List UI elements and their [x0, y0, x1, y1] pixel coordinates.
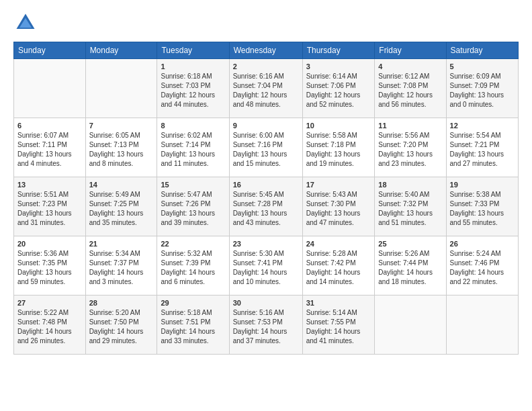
day-info: Sunrise: 5:51 AMSunset: 7:23 PMDaylight:…: [17, 190, 82, 228]
day-info: Sunrise: 5:28 AMSunset: 7:42 PMDaylight:…: [306, 249, 371, 287]
calendar-week-3: 13Sunrise: 5:51 AMSunset: 7:23 PMDayligh…: [14, 177, 519, 236]
day-cell-31: 31Sunrise: 5:14 AMSunset: 7:55 PMDayligh…: [302, 295, 375, 355]
day-cell-6: 6Sunrise: 6:07 AMSunset: 7:11 PMDaylight…: [14, 118, 86, 177]
empty-cell: [446, 295, 518, 355]
day-cell-16: 16Sunrise: 5:45 AMSunset: 7:28 PMDayligh…: [229, 177, 302, 236]
col-header-sunday: Sunday: [14, 42, 86, 59]
calendar-header-row: SundayMondayTuesdayWednesdayThursdayFrid…: [14, 42, 519, 59]
day-number: 11: [378, 121, 442, 131]
day-number: 30: [233, 298, 299, 308]
day-cell-14: 14Sunrise: 5:49 AMSunset: 7:25 PMDayligh…: [85, 177, 157, 236]
day-info: Sunrise: 5:22 AMSunset: 7:48 PMDaylight:…: [17, 308, 82, 346]
col-header-wednesday: Wednesday: [229, 42, 302, 59]
day-cell-10: 10Sunrise: 5:58 AMSunset: 7:18 PMDayligh…: [302, 118, 375, 177]
day-number: 12: [450, 121, 515, 131]
header: [13, 11, 519, 35]
day-cell-15: 15Sunrise: 5:47 AMSunset: 7:26 PMDayligh…: [157, 177, 229, 236]
day-number: 21: [89, 239, 154, 249]
day-cell-11: 11Sunrise: 5:56 AMSunset: 7:20 PMDayligh…: [375, 118, 446, 177]
col-header-thursday: Thursday: [302, 42, 375, 59]
day-cell-23: 23Sunrise: 5:30 AMSunset: 7:41 PMDayligh…: [229, 236, 302, 295]
day-info: Sunrise: 5:49 AMSunset: 7:25 PMDaylight:…: [89, 190, 154, 228]
day-number: 4: [378, 62, 442, 72]
day-number: 22: [161, 239, 225, 249]
day-cell-24: 24Sunrise: 5:28 AMSunset: 7:42 PMDayligh…: [302, 236, 375, 295]
day-cell-7: 7Sunrise: 6:05 AMSunset: 7:13 PMDaylight…: [85, 118, 157, 177]
day-number: 31: [306, 298, 371, 308]
day-cell-12: 12Sunrise: 5:54 AMSunset: 7:21 PMDayligh…: [446, 118, 518, 177]
calendar-week-4: 20Sunrise: 5:36 AMSunset: 7:35 PMDayligh…: [14, 236, 519, 295]
day-info: Sunrise: 5:20 AMSunset: 7:50 PMDaylight:…: [89, 308, 154, 346]
day-cell-22: 22Sunrise: 5:32 AMSunset: 7:39 PMDayligh…: [157, 236, 229, 295]
day-cell-30: 30Sunrise: 5:16 AMSunset: 7:53 PMDayligh…: [229, 295, 302, 355]
day-number: 25: [378, 239, 442, 249]
day-info: Sunrise: 6:18 AMSunset: 7:03 PMDaylight:…: [161, 72, 225, 109]
day-info: Sunrise: 5:56 AMSunset: 7:20 PMDaylight:…: [378, 131, 442, 169]
day-number: 13: [17, 180, 82, 190]
empty-cell: [85, 59, 157, 118]
day-number: 6: [17, 121, 82, 131]
empty-cell: [375, 295, 446, 355]
day-cell-2: 2Sunrise: 6:16 AMSunset: 7:04 PMDaylight…: [229, 59, 302, 118]
day-info: Sunrise: 5:40 AMSunset: 7:32 PMDaylight:…: [378, 190, 442, 228]
calendar-week-5: 27Sunrise: 5:22 AMSunset: 7:48 PMDayligh…: [14, 295, 519, 355]
calendar-week-2: 6Sunrise: 6:07 AMSunset: 7:11 PMDaylight…: [14, 118, 519, 177]
col-header-tuesday: Tuesday: [157, 42, 229, 59]
day-cell-20: 20Sunrise: 5:36 AMSunset: 7:35 PMDayligh…: [14, 236, 86, 295]
day-number: 2: [233, 62, 299, 72]
day-cell-28: 28Sunrise: 5:20 AMSunset: 7:50 PMDayligh…: [85, 295, 157, 355]
day-number: 19: [450, 180, 515, 190]
day-info: Sunrise: 5:36 AMSunset: 7:35 PMDaylight:…: [17, 249, 82, 287]
day-cell-21: 21Sunrise: 5:34 AMSunset: 7:37 PMDayligh…: [85, 236, 157, 295]
day-info: Sunrise: 5:58 AMSunset: 7:18 PMDaylight:…: [306, 131, 371, 169]
day-info: Sunrise: 5:24 AMSunset: 7:46 PMDaylight:…: [450, 249, 515, 287]
day-info: Sunrise: 6:12 AMSunset: 7:08 PMDaylight:…: [378, 72, 442, 109]
day-cell-29: 29Sunrise: 5:18 AMSunset: 7:51 PMDayligh…: [157, 295, 229, 355]
day-number: 14: [89, 180, 154, 190]
day-number: 9: [233, 121, 299, 131]
day-info: Sunrise: 5:43 AMSunset: 7:30 PMDaylight:…: [306, 190, 371, 228]
day-info: Sunrise: 5:26 AMSunset: 7:44 PMDaylight:…: [378, 249, 442, 287]
day-number: 10: [306, 121, 371, 131]
day-number: 3: [306, 62, 371, 72]
day-info: Sunrise: 5:32 AMSunset: 7:39 PMDaylight:…: [161, 249, 225, 287]
day-cell-5: 5Sunrise: 6:09 AMSunset: 7:09 PMDaylight…: [446, 59, 518, 118]
day-cell-8: 8Sunrise: 6:02 AMSunset: 7:14 PMDaylight…: [157, 118, 229, 177]
day-number: 20: [17, 239, 82, 249]
day-info: Sunrise: 6:05 AMSunset: 7:13 PMDaylight:…: [89, 131, 154, 169]
empty-cell: [14, 59, 86, 118]
calendar-week-1: 1Sunrise: 6:18 AMSunset: 7:03 PMDaylight…: [14, 59, 519, 118]
day-cell-13: 13Sunrise: 5:51 AMSunset: 7:23 PMDayligh…: [14, 177, 86, 236]
logo: [13, 11, 40, 35]
col-header-saturday: Saturday: [446, 42, 518, 59]
day-number: 16: [233, 180, 299, 190]
day-info: Sunrise: 5:47 AMSunset: 7:26 PMDaylight:…: [161, 190, 225, 228]
day-info: Sunrise: 5:54 AMSunset: 7:21 PMDaylight:…: [450, 131, 515, 169]
day-cell-9: 9Sunrise: 6:00 AMSunset: 7:16 PMDaylight…: [229, 118, 302, 177]
day-info: Sunrise: 6:02 AMSunset: 7:14 PMDaylight:…: [161, 131, 225, 169]
generalblue-logo-icon: [13, 11, 38, 35]
day-cell-3: 3Sunrise: 6:14 AMSunset: 7:06 PMDaylight…: [302, 59, 375, 118]
day-info: Sunrise: 5:38 AMSunset: 7:33 PMDaylight:…: [450, 190, 515, 228]
day-cell-17: 17Sunrise: 5:43 AMSunset: 7:30 PMDayligh…: [302, 177, 375, 236]
day-info: Sunrise: 5:30 AMSunset: 7:41 PMDaylight:…: [233, 249, 299, 287]
day-info: Sunrise: 5:18 AMSunset: 7:51 PMDaylight:…: [161, 308, 225, 346]
day-number: 24: [306, 239, 371, 249]
day-number: 17: [306, 180, 371, 190]
day-cell-19: 19Sunrise: 5:38 AMSunset: 7:33 PMDayligh…: [446, 177, 518, 236]
day-cell-27: 27Sunrise: 5:22 AMSunset: 7:48 PMDayligh…: [14, 295, 86, 355]
day-number: 7: [89, 121, 154, 131]
day-info: Sunrise: 5:14 AMSunset: 7:55 PMDaylight:…: [306, 308, 371, 346]
day-number: 27: [17, 298, 82, 308]
day-cell-25: 25Sunrise: 5:26 AMSunset: 7:44 PMDayligh…: [375, 236, 446, 295]
day-number: 18: [378, 180, 442, 190]
day-number: 5: [450, 62, 515, 72]
day-info: Sunrise: 6:00 AMSunset: 7:16 PMDaylight:…: [233, 131, 299, 169]
day-info: Sunrise: 6:09 AMSunset: 7:09 PMDaylight:…: [450, 72, 515, 109]
calendar-table: SundayMondayTuesdayWednesdayThursdayFrid…: [13, 42, 519, 355]
day-number: 1: [161, 62, 225, 72]
day-number: 8: [161, 121, 225, 131]
day-info: Sunrise: 6:16 AMSunset: 7:04 PMDaylight:…: [233, 72, 299, 109]
day-number: 28: [89, 298, 154, 308]
day-info: Sunrise: 5:45 AMSunset: 7:28 PMDaylight:…: [233, 190, 299, 228]
